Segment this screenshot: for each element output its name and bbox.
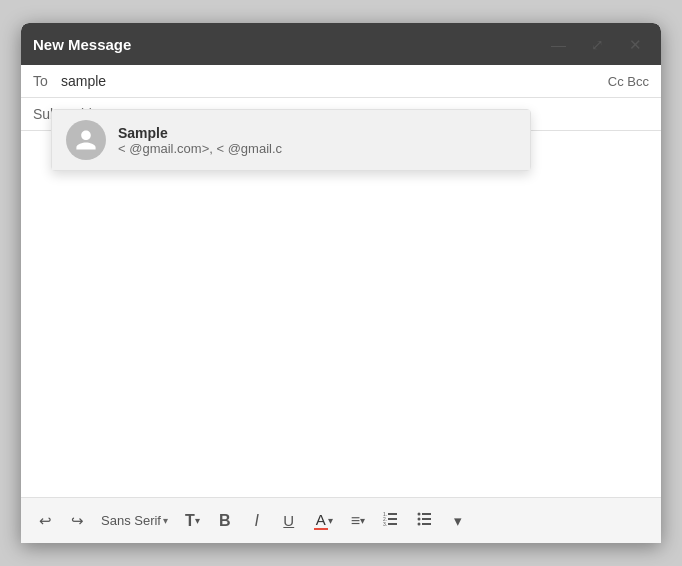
font-family-dropdown-icon: ▾ <box>163 515 168 526</box>
autocomplete-contact-name: Sample <box>118 125 282 141</box>
close-button[interactable]: ✕ <box>621 32 649 57</box>
align-dropdown-icon: ▾ <box>360 515 365 526</box>
cc-bcc-toggle[interactable]: Cc Bcc <box>608 74 649 89</box>
font-color-button[interactable]: A ▾ <box>307 507 340 535</box>
person-icon <box>74 128 98 152</box>
to-row: To Cc Bcc <box>21 65 661 98</box>
align-icon: ≡ <box>351 512 360 530</box>
avatar <box>66 120 106 160</box>
italic-button[interactable]: I <box>243 507 271 535</box>
font-size-icon: T <box>185 512 195 530</box>
numbered-list-icon: 1. 2. 3. <box>383 511 399 530</box>
to-input[interactable] <box>61 73 602 89</box>
undo-icon: ↩ <box>39 512 52 530</box>
compose-window: New Message — ⤢ ✕ To Cc Bcc Sample <box>21 23 661 543</box>
window-title: New Message <box>33 36 131 53</box>
font-family-label: Sans Serif <box>101 513 161 528</box>
italic-icon: I <box>255 512 259 530</box>
autocomplete-emails: < @gmail.com>, < @gmail.c <box>118 141 282 156</box>
bold-button[interactable]: B <box>211 507 239 535</box>
svg-rect-8 <box>422 523 431 525</box>
redo-button[interactable]: ↪ <box>63 507 91 535</box>
minimize-button[interactable]: — <box>544 32 573 57</box>
svg-point-11 <box>418 523 421 526</box>
font-size-button[interactable]: T ▾ <box>178 507 207 535</box>
body-area[interactable] <box>21 131 661 497</box>
svg-rect-2 <box>388 523 397 525</box>
formatting-toolbar: ↩ ↪ Sans Serif ▾ T ▾ B I U <box>21 497 661 543</box>
svg-point-9 <box>418 513 421 516</box>
svg-rect-0 <box>388 513 397 515</box>
font-color-icon: A <box>314 512 328 530</box>
svg-text:3.: 3. <box>383 521 387 527</box>
underline-icon: U <box>283 512 294 529</box>
svg-point-10 <box>418 518 421 521</box>
redo-icon: ↪ <box>71 512 84 530</box>
numbered-list-button[interactable]: 1. 2. 3. <box>376 506 406 535</box>
font-color-dropdown-icon: ▾ <box>328 515 333 526</box>
svg-rect-6 <box>422 513 431 515</box>
font-family-selector[interactable]: Sans Serif ▾ <box>95 509 174 532</box>
more-options-button[interactable]: ▾ <box>444 507 472 535</box>
autocomplete-dropdown: Sample < @gmail.com>, < @gmail.c <box>51 109 531 171</box>
autocomplete-item[interactable]: Sample < @gmail.com>, < @gmail.c <box>52 110 530 170</box>
title-bar: New Message — ⤢ ✕ <box>21 23 661 65</box>
bold-icon: B <box>219 512 231 530</box>
more-options-icon: ▾ <box>454 512 462 530</box>
autocomplete-info: Sample < @gmail.com>, < @gmail.c <box>118 125 282 156</box>
bullet-list-icon <box>417 511 433 530</box>
font-size-dropdown-icon: ▾ <box>195 515 200 526</box>
svg-rect-7 <box>422 518 431 520</box>
align-button[interactable]: ≡ ▾ <box>344 507 372 535</box>
fields-area: To Cc Bcc Sample < @gmail.com>, < @gmail… <box>21 65 661 131</box>
to-label: To <box>33 73 55 89</box>
maximize-button[interactable]: ⤢ <box>583 32 611 57</box>
underline-button[interactable]: U <box>275 507 303 534</box>
undo-button[interactable]: ↩ <box>31 507 59 535</box>
title-bar-controls: — ⤢ ✕ <box>544 32 649 57</box>
bullet-list-button[interactable] <box>410 506 440 535</box>
svg-rect-1 <box>388 518 397 520</box>
